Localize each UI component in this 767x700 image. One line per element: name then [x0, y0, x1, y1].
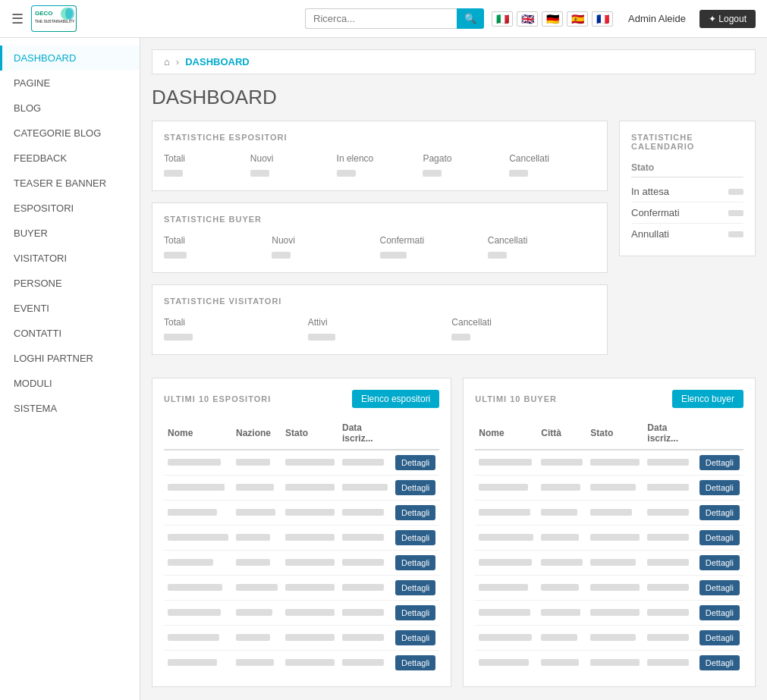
flag-fr[interactable]: 🇫🇷 — [592, 11, 613, 27]
search-bar: 🔍 — [305, 8, 484, 29]
dettagli-button[interactable]: Dettagli — [699, 480, 740, 495]
col-nome: Nome — [164, 417, 232, 450]
table-cell-action: Dettagli — [391, 450, 439, 476]
dettagli-button[interactable]: Dettagli — [395, 530, 435, 545]
dettagli-button[interactable]: Dettagli — [395, 555, 435, 570]
cal-header: Stato — [631, 162, 743, 177]
table-cell — [475, 576, 537, 601]
sidebar-item-eventi[interactable]: EVENTI — [0, 296, 140, 321]
sidebar-item-sistema[interactable]: SISTEMA — [0, 396, 140, 421]
cal-row-value — [728, 210, 743, 216]
search-input[interactable] — [305, 8, 457, 29]
search-button[interactable]: 🔍 — [457, 8, 484, 29]
stat-label: Attivi — [308, 317, 452, 328]
sidebar-item-espositori[interactable]: ESPOSITORI — [0, 196, 140, 221]
stat-totali-espositori: Totali — [164, 153, 250, 179]
cal-row-label: Confermati — [631, 207, 680, 218]
sidebar-item-pagine[interactable]: PAGINE — [0, 71, 140, 96]
sidebar-item-categorie-blog[interactable]: CATEGORIE BLOG — [0, 121, 140, 146]
logout-button[interactable]: ✦ Logout — [699, 10, 756, 28]
table-cell — [586, 526, 643, 551]
table-cell — [164, 626, 232, 651]
flag-it[interactable]: 🇮🇹 — [492, 11, 513, 27]
table-cell — [232, 526, 281, 551]
breadcrumb-home-icon[interactable]: ⌂ — [164, 56, 170, 67]
sidebar-item-teaser-e-banner[interactable]: TEASER E BANNER — [0, 171, 140, 196]
elenco-buyer-button[interactable]: Elenco buyer — [672, 390, 743, 408]
table-row: Dettagli — [164, 476, 439, 501]
table-cell — [338, 651, 391, 676]
dettagli-button[interactable]: Dettagli — [699, 630, 740, 645]
dettagli-button[interactable]: Dettagli — [395, 455, 435, 470]
table-cell — [475, 551, 537, 576]
table-cell-action: Dettagli — [696, 476, 743, 501]
table-cell — [281, 576, 338, 601]
table-row: Dettagli — [475, 601, 743, 626]
cal-row-label: In attesa — [631, 186, 669, 197]
table-row: Dettagli — [164, 626, 439, 651]
col-citta: Città — [537, 417, 586, 450]
cal-card-inner: STATISTICHE CALENDARIO Stato In attesa C… — [619, 121, 756, 256]
sidebar-item-moduli[interactable]: MODULI — [0, 371, 140, 396]
sidebar-item-loghi-partner[interactable]: LOGHI PARTNER — [0, 346, 140, 371]
dettagli-button[interactable]: Dettagli — [699, 530, 740, 545]
dettagli-button[interactable]: Dettagli — [699, 455, 740, 470]
table-cell — [586, 551, 643, 576]
cal-title: STATISTICHE CALENDARIO — [631, 133, 743, 151]
table-row: Dettagli — [475, 626, 743, 651]
dettagli-button[interactable]: Dettagli — [395, 505, 435, 520]
table-cell — [475, 501, 537, 526]
stats-espositori-title: STATISTICHE ESPOSITORI — [164, 133, 596, 142]
table-cell-action: Dettagli — [391, 551, 439, 576]
sidebar-item-buyer[interactable]: BUYER — [0, 221, 140, 246]
dettagli-button[interactable]: Dettagli — [699, 605, 740, 620]
dettagli-button[interactable]: Dettagli — [699, 555, 740, 570]
table-cell — [643, 501, 695, 526]
table-cell — [281, 601, 338, 626]
stats-espositori-card: STATISTICHE ESPOSITORI Totali Nuovi In e… — [152, 121, 608, 191]
table-row: Dettagli — [475, 526, 743, 551]
table-cell — [586, 651, 643, 676]
table-cell — [281, 651, 338, 676]
table-cell-action: Dettagli — [696, 601, 743, 626]
sidebar-item-contatti[interactable]: CONTATTI — [0, 321, 140, 346]
cal-row-annullati: Annullati — [631, 224, 743, 244]
flag-es[interactable]: 🇪🇸 — [567, 11, 588, 27]
breadcrumb-separator: › — [176, 56, 179, 67]
col-data: Data iscriz... — [643, 417, 695, 450]
dettagli-button[interactable]: Dettagli — [395, 480, 435, 495]
sidebar-item-blog[interactable]: BLOG — [0, 96, 140, 121]
stat-value — [337, 170, 356, 177]
hamburger-icon[interactable]: ☰ — [11, 11, 24, 27]
col-stato: Stato — [586, 417, 643, 450]
table-cell — [281, 626, 338, 651]
stats-buyer-card: STATISTICHE BUYER Totali Nuovi Confermat… — [152, 202, 608, 273]
table-cell — [338, 601, 391, 626]
col-stato: Stato — [281, 417, 338, 450]
table-cell — [586, 450, 643, 476]
dettagli-button[interactable]: Dettagli — [395, 580, 435, 595]
svg-point-4 — [65, 8, 74, 20]
stat-label: Cancellati — [509, 153, 596, 164]
elenco-espositori-button[interactable]: Elenco espositori — [352, 390, 439, 408]
navbar: ☰ GECO THE SUSTAINABILITY EXPO 🔍 🇮🇹 🇬🇧 🇩… — [0, 0, 767, 38]
sidebar-item-visitatori[interactable]: VISITATORI — [0, 246, 140, 271]
stat-value — [164, 334, 193, 341]
sidebar-item-feedback[interactable]: FEEDBACK — [0, 146, 140, 171]
table-cell — [338, 476, 391, 501]
table-cell — [164, 450, 232, 476]
flag-gb[interactable]: 🇬🇧 — [517, 11, 538, 27]
dettagli-button[interactable]: Dettagli — [699, 505, 740, 520]
flag-de[interactable]: 🇩🇪 — [542, 11, 563, 27]
table-cell — [338, 576, 391, 601]
sidebar-item-persone[interactable]: PERSONE — [0, 271, 140, 296]
dettagli-button[interactable]: Dettagli — [699, 580, 740, 595]
logo: GECO THE SUSTAINABILITY EXPO — [31, 5, 77, 32]
table-cell — [586, 501, 643, 526]
table-row: Dettagli — [475, 450, 743, 476]
dettagli-button[interactable]: Dettagli — [395, 630, 435, 645]
dettagli-button[interactable]: Dettagli — [699, 655, 740, 670]
sidebar-item-dashboard[interactable]: DASHBOARD — [0, 46, 140, 71]
dettagli-button[interactable]: Dettagli — [395, 605, 435, 620]
dettagli-button[interactable]: Dettagli — [395, 655, 435, 670]
